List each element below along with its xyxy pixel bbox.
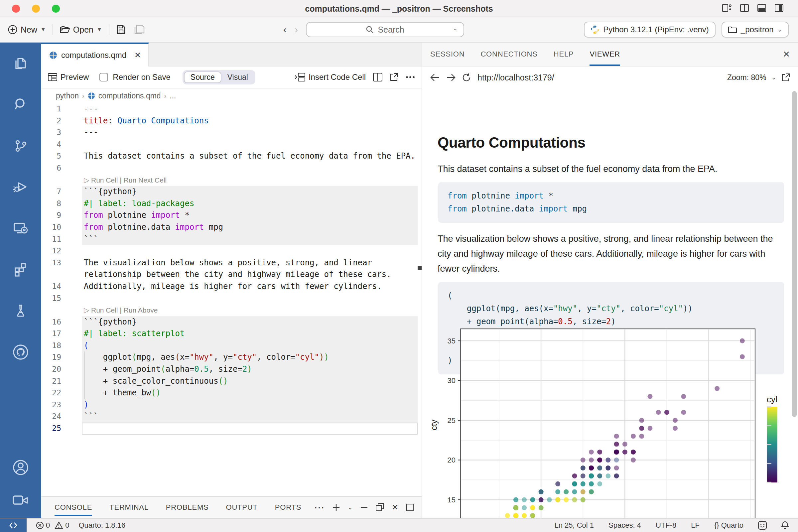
- toggle-secondary-sidebar-icon[interactable]: [775, 4, 783, 12]
- open-button[interactable]: Open▼: [60, 25, 102, 35]
- remote-indicator[interactable]: [0, 518, 26, 532]
- search-input[interactable]: Search ⌄: [306, 22, 464, 37]
- workspace-button[interactable]: _positron⌄: [722, 22, 789, 38]
- code-line: 11```: [41, 233, 422, 245]
- remote-icon: [9, 522, 17, 529]
- open-folder-icon: [60, 25, 70, 34]
- search-sidebar-icon[interactable]: [0, 96, 41, 113]
- panel-add-icon[interactable]: [332, 501, 340, 514]
- open-external-icon[interactable]: [390, 73, 398, 81]
- secondary-panel: SESSIONCONNECTIONSHELPVIEWER ✕ http://lo…: [422, 42, 798, 518]
- extensions-icon[interactable]: [0, 261, 41, 278]
- code-editor[interactable]: 1---2title: Quarto Computations3---45Thi…: [41, 103, 422, 435]
- panel-add-chevron-icon[interactable]: ⌄: [348, 505, 352, 511]
- account-icon[interactable]: [0, 458, 41, 477]
- error-icon: [36, 521, 44, 529]
- panel-tab-problems[interactable]: PROBLEMS: [166, 497, 209, 518]
- video-icon[interactable]: [0, 492, 41, 508]
- code-line: 13The visualization below shows a positi…: [41, 257, 422, 269]
- quarto-version-status[interactable]: Quarto: 1.8.16: [79, 521, 126, 530]
- render-on-save-checkbox[interactable]: [99, 73, 108, 81]
- viewer-heading: Quarto Computations: [438, 134, 586, 151]
- code-line: 2title: Quarto Computations: [41, 115, 422, 127]
- tab-close-icon[interactable]: ✕: [134, 51, 141, 60]
- history-forward-icon[interactable]: ›: [294, 24, 298, 35]
- viewer-zoom-chevron-icon[interactable]: ⌄: [772, 75, 776, 81]
- breadcrumb-folder[interactable]: python: [56, 92, 79, 100]
- breadcrumb-file[interactable]: computations.qmd: [98, 92, 161, 100]
- visual-mode-button[interactable]: Visual: [222, 72, 254, 83]
- source-mode-button[interactable]: Source: [184, 72, 222, 83]
- problems-status[interactable]: 0 0: [36, 521, 70, 530]
- code-line: 10from plotnine.data import mpg: [41, 222, 422, 233]
- toggle-panel-icon[interactable]: [757, 4, 766, 12]
- right-tab-viewer[interactable]: VIEWER: [590, 42, 620, 66]
- tab-computations-qmd[interactable]: computations.qmd ✕: [41, 42, 149, 66]
- notifications-icon[interactable]: [781, 521, 789, 530]
- explorer-icon[interactable]: [0, 55, 41, 72]
- panel-maximize-icon[interactable]: [406, 501, 414, 514]
- editor-toolbar: Preview Render on Save Source Visual Ins…: [41, 66, 422, 89]
- breadcrumb-more[interactable]: ...: [170, 92, 176, 100]
- search-chevron-icon[interactable]: ⌄: [453, 25, 457, 32]
- code-lens[interactable]: ▷ Run Cell | Run Next Cell: [41, 174, 422, 186]
- panel-more-icon[interactable]: ⋯: [314, 501, 325, 514]
- viewer-scrollbar[interactable]: [792, 91, 797, 417]
- viewer-zoom-label[interactable]: Zoom: 80%: [727, 73, 766, 82]
- main-toolbar: New▼ Open▼ ‹ › Search ⌄ Python 3.12.1 (P…: [0, 17, 798, 42]
- insert-code-cell-button[interactable]: Insert Code Cell: [294, 73, 366, 82]
- viewer-forward-icon[interactable]: [446, 74, 456, 81]
- split-editor-right-icon[interactable]: [373, 73, 382, 81]
- code-line: 15: [41, 292, 422, 305]
- more-actions-icon[interactable]: [406, 76, 415, 78]
- split-editor-icon[interactable]: [740, 4, 749, 12]
- panel-restore-icon[interactable]: [376, 501, 384, 514]
- encoding-status[interactable]: UTF-8: [656, 521, 676, 530]
- code-line: 16```{python}: [41, 316, 422, 328]
- code-line: 8#| label: load-packages: [41, 198, 422, 210]
- panel-tab-terminal[interactable]: TERMINAL: [109, 497, 149, 518]
- viewer-reload-icon[interactable]: [462, 73, 471, 82]
- cursor-position-status[interactable]: Ln 25, Col 1: [554, 521, 594, 530]
- right-tab-session[interactable]: SESSION: [430, 42, 464, 66]
- indentation-status[interactable]: Spaces: 4: [608, 521, 641, 530]
- code-line: 17#| label: scatterplot: [41, 328, 422, 340]
- save-all-icon[interactable]: [134, 25, 145, 35]
- code-line: 12: [41, 245, 422, 257]
- code-line: 9from plotnine import *: [41, 209, 422, 222]
- debug-icon[interactable]: [0, 178, 41, 195]
- feedback-icon[interactable]: [758, 521, 767, 530]
- viewer-open-external-icon[interactable]: [781, 73, 790, 82]
- save-icon[interactable]: [116, 25, 126, 35]
- viewer-content: Quarto Computations This dataset contain…: [422, 89, 798, 518]
- source-control-icon[interactable]: [0, 137, 41, 154]
- github-icon[interactable]: [0, 343, 41, 361]
- language-status[interactable]: {} Quarto: [714, 521, 743, 530]
- right-tab-help[interactable]: HELP: [554, 42, 574, 66]
- customize-layout-icon[interactable]: [722, 4, 732, 12]
- editor-tab-bar: computations.qmd ✕: [41, 42, 422, 66]
- viewer-paragraph-2: The visualization below shows a positive…: [438, 231, 773, 276]
- interpreter-button[interactable]: Python 3.12.1 (PipEnv: .venv): [584, 22, 716, 38]
- panel-close-icon[interactable]: ✕: [392, 503, 398, 512]
- eol-status[interactable]: LF: [691, 521, 700, 530]
- right-tab-connections[interactable]: CONNECTIONS: [480, 42, 537, 66]
- sessions-icon[interactable]: [0, 220, 41, 237]
- panel-tab-console[interactable]: CONSOLE: [55, 497, 92, 518]
- viewer-paragraph-1: This dataset contains a subset of the fu…: [438, 162, 717, 176]
- insert-cell-icon: [294, 73, 305, 81]
- code-lens[interactable]: ▷ Run Cell | Run Above: [41, 304, 422, 316]
- panel-close-icon[interactable]: ✕: [783, 49, 790, 59]
- viewer-back-icon[interactable]: [430, 74, 440, 81]
- preview-button[interactable]: Preview: [48, 73, 89, 82]
- code-line: 23): [41, 399, 422, 411]
- panel-minimize-icon[interactable]: [360, 501, 368, 514]
- viewer-url[interactable]: http://localhost:3179/: [477, 73, 554, 82]
- svg-text:20: 20: [448, 456, 456, 464]
- history-back-icon[interactable]: ‹: [283, 24, 287, 35]
- new-button[interactable]: New▼: [8, 25, 46, 35]
- panel-tab-output[interactable]: OUTPUT: [226, 497, 258, 518]
- window-title: computations.qmd — _positron — Screensho…: [0, 4, 798, 14]
- testing-icon[interactable]: [0, 302, 41, 319]
- panel-tab-ports[interactable]: PORTS: [275, 497, 301, 518]
